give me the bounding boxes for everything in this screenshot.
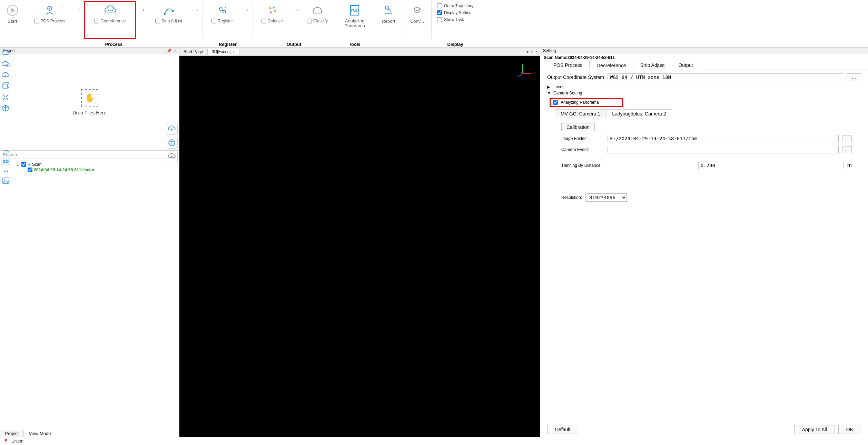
analyzing-panorama-row[interactable]: Analyzing Panorama	[550, 98, 622, 107]
curve-adjust-icon	[162, 3, 176, 17]
camera-event-input[interactable]	[608, 146, 839, 153]
close-view-icon[interactable]: ×	[535, 49, 538, 54]
camera-tab-2[interactable]: Ladybug5plus: Camera 2	[606, 109, 672, 118]
svg-marker-1	[11, 8, 15, 13]
restore-icon[interactable]: ▫	[531, 49, 533, 54]
report-button[interactable]: Report	[376, 1, 401, 24]
strip-adjust-button[interactable]: Strip Adjust	[148, 1, 189, 23]
dropdown-icon[interactable]: ▾	[526, 49, 529, 54]
svg-point-4	[108, 10, 109, 11]
project-tree: ⌄ ◈ Scan 2024-04-29-14-24-58-611.liscan	[0, 159, 179, 430]
thinning-input[interactable]	[698, 162, 844, 169]
georeference-button[interactable]: Georeference	[85, 1, 136, 39]
svg-point-13	[273, 7, 275, 9]
left-nav-strip: 2D 3D •••	[1, 148, 11, 185]
ocs-browse-button[interactable]: ...	[847, 73, 861, 81]
classify-button[interactable]: Classify	[302, 1, 333, 23]
camera-event-browse[interactable]: ...	[842, 146, 852, 153]
tab-project[interactable]: Project	[0, 430, 24, 437]
tab-georeference[interactable]: Georeference	[589, 61, 633, 70]
register-checkbox[interactable]	[211, 19, 216, 23]
camera-event-label: Camera Event:	[561, 147, 604, 152]
tab-view-mode[interactable]: View Mode	[24, 430, 56, 437]
pos-process-button[interactable]: POS Process	[27, 1, 72, 23]
scan-root-label: Scan	[32, 162, 41, 167]
calibration-button[interactable]: Calibration	[561, 123, 595, 131]
status-bar: 📍 Unit:m	[0, 437, 868, 445]
ok-button[interactable]: OK	[838, 425, 861, 434]
nav-2d[interactable]: 2D	[1, 148, 10, 156]
globe-icon[interactable]	[166, 137, 178, 149]
tab-output[interactable]: Output	[671, 61, 700, 70]
go-to-trajectory-checkbox[interactable]	[437, 3, 442, 8]
group-label-tools: Tools	[349, 41, 361, 48]
image-folder-input[interactable]	[608, 135, 839, 142]
analyzing-panorama-button[interactable]: PGR Analyzing Panorama	[337, 1, 372, 29]
classify-checkbox[interactable]	[307, 19, 312, 23]
arrow-icon: →	[73, 1, 83, 14]
pin-icon[interactable]: 📌	[167, 48, 172, 53]
group-label-output: Output	[287, 41, 302, 48]
tab-pos-process[interactable]: POS Process	[546, 61, 589, 70]
colorize-icon	[265, 3, 279, 17]
colorize-button[interactable]: Colorize	[255, 1, 289, 23]
nav-3d[interactable]: 3D	[1, 157, 10, 165]
laser-toggle[interactable]: ▶Laser	[547, 84, 861, 89]
tab-3d-focus[interactable]: 3D[Focus]×	[208, 49, 240, 55]
cloud-three-icon	[103, 3, 117, 17]
3d-canvas[interactable]	[179, 56, 540, 437]
thinning-unit: m	[847, 162, 852, 169]
pos-process-checkbox[interactable]	[34, 19, 39, 23]
arrow-icon: →	[291, 1, 300, 14]
expand-toggle[interactable]: ⌄	[15, 162, 20, 167]
cloud-down-icon[interactable]	[166, 123, 178, 135]
georeference-checkbox[interactable]	[94, 19, 99, 23]
show-task-checkbox[interactable]	[437, 17, 442, 22]
svg-point-11	[225, 7, 226, 8]
scan-checkbox[interactable]	[21, 162, 26, 167]
show-task-option[interactable]: Show Task	[437, 17, 473, 22]
analyzing-panorama-label: Analyzing Panorama	[561, 100, 599, 105]
colorize-checkbox[interactable]	[262, 19, 266, 23]
start-button[interactable]: Start	[2, 1, 23, 24]
play-icon	[6, 3, 19, 17]
display-setting-option[interactable]: Display Setting	[437, 10, 473, 15]
svg-point-10	[223, 10, 226, 13]
tree-row-file[interactable]: 2024-04-29-14-24-58-611.liscan	[15, 167, 176, 173]
tree-row-scan[interactable]: ⌄ ◈ Scan	[15, 162, 176, 167]
search-row	[0, 151, 179, 159]
tab-start-page[interactable]: Start Page	[179, 49, 208, 55]
settings-title: Setting	[540, 48, 868, 54]
conv-button[interactable]: Conv...	[405, 1, 429, 24]
image-folder-browse[interactable]: ...	[842, 135, 852, 142]
close-tab-icon[interactable]: ×	[233, 49, 235, 54]
nav-image-icon[interactable]	[1, 176, 10, 185]
svg-point-3	[49, 8, 50, 9]
close-icon[interactable]: ×	[174, 48, 176, 53]
drop-area[interactable]: ✋ Drop Files Here	[0, 54, 179, 151]
search-input[interactable]	[1, 151, 178, 158]
arrow-icon: →	[191, 1, 200, 14]
ocs-input[interactable]	[608, 73, 843, 81]
go-to-trajectory-option[interactable]: Go to Trajectory	[437, 3, 473, 8]
location-pin-icon: 📍	[3, 438, 9, 444]
strip-adjust-checkbox[interactable]	[155, 19, 160, 23]
tab-strip-adjust[interactable]: Strip Adjust	[633, 61, 672, 70]
apply-to-all-button[interactable]: Apply To All	[794, 425, 835, 434]
default-button[interactable]: Default	[547, 425, 578, 434]
display-setting-checkbox[interactable]	[437, 10, 442, 15]
viewport-tabs: Start Page 3D[Focus]× ▾ ▫ ×	[179, 48, 540, 56]
ribbon-group-start: Start	[0, 0, 25, 48]
camera-tab-1[interactable]: MV-GC: Camera 1	[555, 109, 606, 118]
thinning-label: Thinning By Distance:	[561, 163, 602, 168]
camera-setting-toggle[interactable]: ▼Camera Setting	[547, 91, 861, 95]
analyzing-panorama-checkbox[interactable]	[553, 100, 558, 105]
ribbon-group-process: POS Process → Georeference → Strip Adjus…	[25, 0, 203, 48]
resolution-select[interactable]: 8192*4096	[585, 193, 627, 202]
svg-text:PGR: PGR	[350, 8, 359, 13]
register-button[interactable]: Register	[205, 1, 239, 23]
cloud-dot-icon[interactable]	[166, 151, 178, 162]
file-checkbox[interactable]	[28, 168, 32, 172]
nav-dots-icon[interactable]: •••	[1, 167, 10, 175]
viewport: Start Page 3D[Focus]× ▾ ▫ ×	[179, 48, 540, 437]
